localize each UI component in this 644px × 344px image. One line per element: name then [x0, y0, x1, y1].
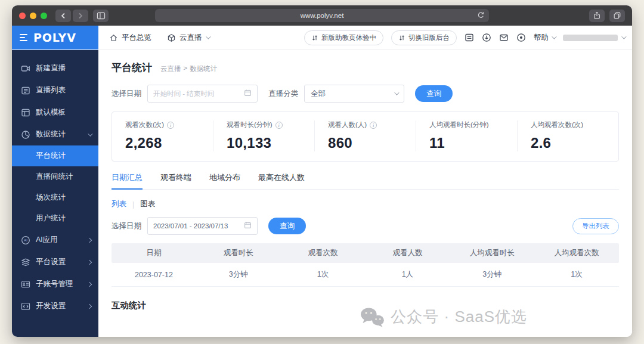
sidebar-item-default-template[interactable]: 默认模板 [12, 101, 98, 123]
nav-label: 平台总览 [122, 33, 151, 43]
sidebar-item-data-stats[interactable]: 数据统计 [12, 123, 98, 145]
date-range-field[interactable] [147, 85, 258, 103]
mail-icon[interactable] [499, 33, 509, 42]
pill-label: 新版助教页体验中 [321, 33, 376, 42]
breadcrumb-item-cloud-live[interactable]: 云直播 [160, 64, 181, 73]
sidebar-subitem-session-stats[interactable]: 场次统计 [12, 187, 98, 208]
tabs-overview-button[interactable] [609, 10, 625, 22]
help-label: 帮助 [534, 33, 549, 43]
stat-viewer-count: 观看人数(人)i 860 [314, 120, 416, 151]
view-toggle-chart[interactable]: 图表 [140, 199, 155, 209]
export-list-button[interactable]: 导出列表 [572, 218, 619, 234]
page-title: 平台统计 [112, 61, 152, 75]
switch-old-version-button[interactable]: 切换旧版后台 [391, 30, 457, 45]
split-view-icon [97, 12, 106, 20]
stats-tabs: 日期汇总 观看终端 地域分布 最高在线人数 [112, 172, 619, 190]
nav-platform-overview[interactable]: 平台总览 [109, 33, 151, 43]
query-button[interactable]: 查询 [415, 85, 453, 102]
browser-chrome: www.polyv.net [12, 5, 632, 26]
share-button[interactable] [589, 10, 605, 22]
sidebar-item-label: 默认模板 [36, 107, 91, 117]
svg-text:AI: AI [24, 238, 27, 242]
stat-view-count: 观看次数(次)i 2,268 [112, 120, 213, 151]
stat-label: 观看次数(次) [125, 120, 164, 129]
category-select[interactable]: 全部 [304, 85, 404, 103]
minimize-window-button[interactable] [30, 13, 36, 19]
notice-icon[interactable] [465, 33, 474, 42]
sidebar-item-label: 新建直播 [36, 63, 91, 73]
sidebar-subitem-label: 场次统计 [36, 193, 66, 203]
back-button[interactable] [55, 10, 71, 22]
menu-collapse-icon[interactable] [20, 34, 27, 41]
sidebar-item-label: AI应用 [36, 235, 82, 245]
browser-window: www.polyv.net POLYV [12, 5, 632, 337]
table-date-range-field[interactable] [147, 217, 258, 235]
breadcrumb-item-data-stats: 数据统计 [190, 64, 217, 73]
live-list-icon [21, 86, 30, 95]
table-header: 日期 [112, 248, 196, 258]
sidebar-item-subaccount[interactable]: 子账号管理 [12, 273, 98, 295]
tab-region[interactable]: 地域分布 [209, 172, 240, 189]
tab-view-terminal[interactable]: 观看终端 [160, 172, 191, 189]
new-assistant-page-button[interactable]: 新版助教页体验中 [304, 30, 383, 45]
stat-value: 2.6 [531, 135, 618, 151]
view-toggle-list[interactable]: 列表 [112, 199, 126, 209]
ai-icon: AI [21, 235, 30, 245]
sidebar-item-label: 子账号管理 [36, 279, 82, 289]
desktop-background: www.polyv.net POLYV [0, 0, 644, 344]
sidebar-subitem-room-stats[interactable]: 直播间统计 [12, 166, 98, 187]
table-query-button[interactable]: 查询 [268, 218, 306, 234]
sidebar-item-new-live[interactable]: 新建直播 [12, 57, 98, 79]
category-filter-label: 直播分类 [268, 89, 298, 99]
account-menu[interactable] [563, 35, 625, 41]
info-icon[interactable]: i [370, 122, 377, 129]
fullscreen-window-button[interactable] [41, 13, 47, 19]
id-card-icon [21, 280, 30, 289]
chevron-down-icon [206, 34, 210, 39]
table-row[interactable]: 2023-07-12 3分钟 1次 1人 3分钟 1次 [112, 263, 619, 287]
sidebar-toggle-button[interactable] [93, 10, 109, 22]
sidebar-item-ai-apps[interactable]: AI AI应用 [12, 229, 98, 251]
download-icon[interactable] [482, 33, 491, 42]
sidebar-item-platform-settings[interactable]: 平台设置 [12, 251, 98, 273]
stat-label: 人均观看时长(分钟) [429, 120, 489, 129]
table-cell: 1次 [281, 269, 366, 280]
polyv-logo[interactable]: POLYV [12, 26, 98, 49]
swap-vertical-icon [311, 34, 318, 42]
info-icon[interactable]: i [167, 122, 174, 129]
service-icon[interactable] [516, 33, 526, 42]
table-cell: 3分钟 [196, 269, 281, 280]
table-date-range-input[interactable] [153, 222, 240, 230]
traffic-lights [19, 13, 47, 19]
address-bar[interactable]: www.polyv.net [155, 9, 489, 22]
sidebar-subitem-platform-stats[interactable]: 平台统计 [12, 145, 98, 166]
breadcrumb: 云直播 > 数据统计 [160, 64, 217, 73]
chevron-right-icon [87, 303, 92, 308]
stat-view-duration: 观看时长(分钟)i 10,133 [213, 120, 314, 151]
close-window-button[interactable] [19, 13, 26, 19]
nav-cloud-live[interactable]: 云直播 [167, 33, 209, 43]
sidebar-item-label: 开发设置 [36, 301, 82, 311]
chevron-left-icon [60, 13, 66, 19]
info-icon[interactable]: i [275, 122, 283, 129]
stat-value: 860 [328, 135, 416, 151]
sidebar-subitem-label: 直播间统计 [36, 172, 73, 182]
reload-icon[interactable] [477, 11, 485, 20]
interaction-stats-title: 互动统计 [112, 300, 619, 311]
sidebar-item-dev-settings[interactable]: 开发设置 [12, 295, 98, 317]
chevron-down-icon [621, 34, 626, 39]
help-menu[interactable]: 帮助 [534, 33, 555, 43]
date-range-input[interactable] [153, 90, 240, 97]
tab-date-summary[interactable]: 日期汇总 [112, 172, 143, 189]
swap-vertical-icon [398, 34, 405, 42]
stat-label: 人均观看次数(次) [531, 120, 583, 129]
table-header: 人均观看次数 [534, 248, 619, 258]
sidebar-subitem-user-stats[interactable]: 用户统计 [12, 208, 98, 229]
table-header: 人均观看时长 [450, 248, 534, 258]
forward-button[interactable] [73, 10, 88, 22]
sidebar-item-label: 直播列表 [36, 85, 91, 95]
share-icon [593, 11, 601, 20]
tab-max-online[interactable]: 最高在线人数 [258, 172, 305, 189]
sidebar-item-live-list[interactable]: 直播列表 [12, 79, 98, 101]
table-header: 观看次数 [281, 248, 366, 258]
